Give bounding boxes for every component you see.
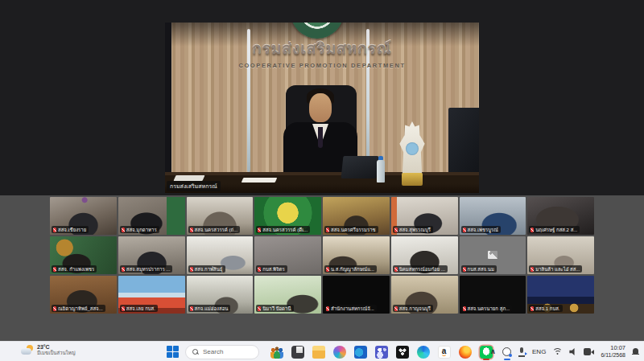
dropbox-icon [396,346,409,359]
muted-mic-icon [463,228,466,232]
participant-tile[interactable]: สำนักงานสหกรณ์จั... [323,276,390,314]
muted-mic-icon [530,228,534,232]
participant-tile[interactable]: กบส.สสจ.นม [460,236,526,274]
participant-name-tag: สำนักงานสหกรณ์จั... [324,305,377,312]
participant-name-tag: สสจ.มุกดาหาร [120,226,159,233]
muted-mic-icon [122,306,125,311]
taskbar-app-outlook[interactable] [353,343,368,360]
participant-name-text: สกจ.แม่ฮ่องสอน [195,306,229,311]
participant-tile[interactable]: สสจ.1 กบส. [527,276,594,314]
microphone-in-use-icon[interactable] [518,347,526,357]
participant-tile[interactable]: สสจ.นครสวรรค์ (ถ่... [187,197,254,235]
participant-tile[interactable]: สสจ.กาฬสินธุ์ [187,236,254,274]
wifi-icon[interactable] [552,348,563,356]
clock[interactable]: 10:07 6/11/2568 [601,344,625,359]
participant-tile[interactable]: สสจ. กำแพงเพชร [50,236,117,274]
participant-tile[interactable]: นิคมสหกรณ์อมก๋อย ... [391,236,458,274]
folder-icon [312,346,325,359]
participant-name-tag: สสจ.1 กบส. [529,305,562,312]
taskbar-app-edge[interactable] [415,343,431,360]
participant-name-text: สสจ.เพชรบูรณ์ [468,228,498,232]
main-speaker-video[interactable]: กรมส่งเสริมสหกรณ์ COOPERATIVE PROMOTION … [165,23,479,193]
taskbar-app-amazon[interactable]: a [436,343,452,360]
camera-in-use-icon[interactable] [584,348,594,355]
participant-name-text: นฤเศรษฐ์ กสส.2 ส... [535,228,577,232]
participant-tile[interactable]: นฤเศรษฐ์ กสส.2 ส... [527,197,594,235]
participant-name-tag: สสจ.สุพรรณบุรี [393,226,433,233]
participant-name-tag: สสจ.นครนายก สุภ... [461,305,513,312]
participant-tile[interactable]: สสจ.สุพรรณบุรี [391,197,458,235]
muted-mic-icon [190,306,193,311]
taskbar-app-copilot[interactable] [332,343,347,360]
notification-bell-icon[interactable] [632,348,639,356]
muted-mic-icon [326,306,329,311]
participant-name-text: สสจ.นครสวรรค์ (ดีเ... [262,228,308,232]
participant-tile[interactable]: สสจ.เลย กบส. [118,276,185,314]
participant-tile[interactable]: สกจ.แม่ฮ่องสอน [187,276,254,314]
amazon-icon: a [438,346,451,359]
teams-icon [375,346,388,359]
participant-name-text: มาลินล้า และไอ๋ สส... [535,267,580,272]
participant-tile[interactable]: ณธิดาญาทิพย์_สสจ... [50,276,117,314]
award-trophy [395,121,429,186]
participant-name-tag: สสจ.เชียงราย [52,226,89,233]
start-button[interactable] [167,346,179,358]
participant-tile[interactable]: สสจ.กาญจนบุรี [391,276,458,314]
papers [173,175,204,181]
participant-name-text: สสจ.มุกดาหาร [126,228,157,232]
participant-name-text: สำนักงานสหกรณ์จั... [331,306,374,311]
taskbar-app-dropbox[interactable] [394,343,410,360]
laptop [341,156,379,178]
participant-name-text: สสจ.กาญจนบุรี [399,306,431,311]
participant-name-tag: สกจ.แม่ฮ่องสอน [188,305,231,312]
participant-tile[interactable]: มาลินล้า และไอ๋ สส... [527,236,594,274]
headset-icon[interactable] [502,347,511,356]
participant-tile[interactable]: น.ส.กัญญาลักษณ์แ... [323,236,390,274]
participant-name-tag: สสจ.นครสวรรค์ (ถ่... [188,226,241,233]
participant-name-text: สสจ.นครสวรรค์ (ถ่... [195,228,238,232]
participant-tile[interactable]: สสจ.เพชรบูรณ์ [460,197,526,235]
participant-name-tag: ณธิดาญาทิพย์_สสจ... [52,305,105,312]
participant-name-tag: สสจ. กำแพงเพชร [52,265,97,273]
participant-name-tag: มาลินล้า และไอ๋ สส... [529,265,582,273]
participant-tile[interactable]: กบส.พิจิตร [254,236,321,274]
sign-thai-text: กรมส่งเสริมสหกรณ์ [205,40,439,59]
participant-name-tag: สสจ.นครศรีธรรมราช [324,226,378,233]
participant-tile[interactable]: สสจ.นครสวรรค์ (ดีเ... [254,197,321,235]
participant-name-text: นิมาวี ป้อดานี [262,306,291,311]
windows-taskbar: 23°C มีเมฆเป็นส่วนใหญ่ Search a ∧ ENG 10… [0,341,644,361]
language-indicator[interactable]: ENG [532,348,546,355]
muted-mic-icon [53,228,56,232]
tray-date: 6/11/2568 [601,352,625,359]
hidden-icons-chevron-icon[interactable]: ∧ [490,348,496,355]
participant-name-tag: กบส.พิจิตร [256,265,287,273]
participant-tile[interactable]: สสจ.มุกดาหาร [118,197,185,235]
participant-name-tag: สสจ.กาญจนบุรี [393,305,433,312]
muted-mic-icon [258,228,261,232]
taskbar-app-folder[interactable] [311,343,326,360]
participant-name-tag: สสจ.เพชรบูรณ์ [461,226,501,233]
participant-name-text: สสจ.เชียงราย [58,228,86,232]
muted-mic-icon [190,267,193,272]
participant-tile[interactable]: นิมาวี ป้อดานี [254,276,321,314]
muted-mic-icon [326,228,329,232]
participant-name-tag: นฤเศรษฐ์ กสส.2 ส... [529,226,580,233]
search-input[interactable]: Search [185,345,259,359]
participant-tile[interactable]: สสจ.เชียงราย [50,197,117,235]
taskbar-app-taskview[interactable] [290,343,305,360]
participant-name-text: สสจ.สมุทรปราการ ... [126,267,171,272]
weather-widget[interactable]: 23°C มีเมฆเป็นส่วนใหญ่ [21,344,76,357]
participant-tile[interactable]: สสจ.นครนายก สุภ... [460,276,526,314]
participant-tile[interactable]: สสจ.สมุทรปราการ ... [118,236,185,274]
taskbar-app-teams[interactable] [374,343,389,360]
participant-name-tag: น.ส.กัญญาลักษณ์แ... [324,265,377,273]
taskbar-apps: a [269,342,514,361]
participant-name-text: นิคมสหกรณ์อมก๋อย ... [399,267,445,272]
taskbar-app-firefox[interactable] [457,343,473,360]
speaker-head [309,93,332,122]
sign-english-text: COOPERATIVE PROMOTION DEPARTMENT [205,62,439,69]
participant-tile[interactable]: สสจ.นครศรีธรรมราช [323,197,390,235]
participant-name-tag: สสจ.สมุทรปราการ ... [120,265,173,273]
taskbar-app-people[interactable] [269,343,284,360]
volume-icon[interactable] [569,348,577,356]
